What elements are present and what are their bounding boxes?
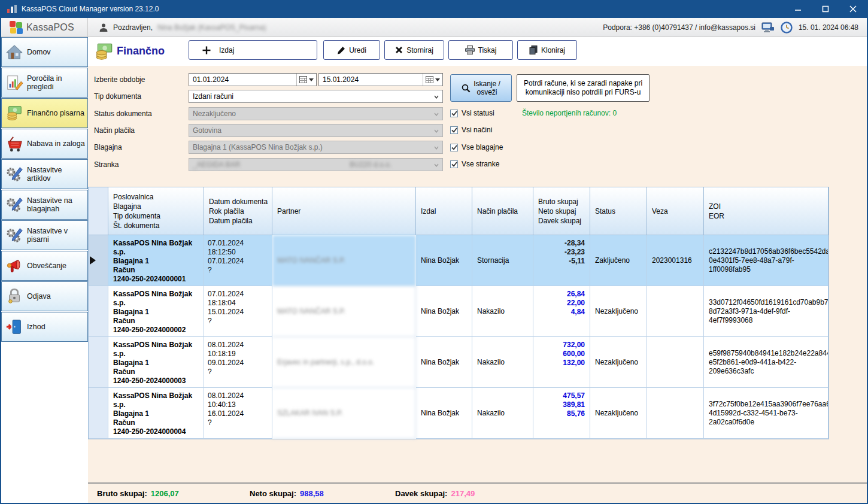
kloniraj-button[interactable]: Kloniraj — [517, 40, 577, 60]
izdaj-button[interactable]: Izdaj — [189, 40, 317, 60]
table-row[interactable]: KassaPOS Nina Božjak s.p. Blagajna 1 Rač… — [89, 235, 828, 286]
sidebar-item-odjava[interactable]: Odjava — [1, 281, 88, 311]
row-selector[interactable] — [89, 286, 108, 337]
table-row[interactable]: KassaPOS Nina Božjak s.p. Blagajna 1 Rač… — [89, 337, 828, 388]
cell-zoi: 3f72c75f0be12e415aa3906f7ee76aa6 4d15992… — [704, 388, 828, 439]
furs-confirm-button[interactable]: Potrdi račune, ki se zaradi napake pri k… — [517, 74, 650, 102]
search-icon — [462, 84, 471, 93]
cell-zoi: 33d0712f04650fd1619161cd70ab9b7c 8d72a3f… — [704, 286, 828, 337]
tax-total-label: Davek skupaj: — [395, 489, 447, 498]
checkbox-icon — [450, 110, 458, 117]
header-selector — [89, 187, 108, 235]
sidebar-item-label: Poročila in pregledi — [27, 74, 85, 91]
header-nacin[interactable]: Način plačila — [472, 187, 533, 235]
header-amounts[interactable]: Bruto skupaj Neto skupaj Davek skupaj — [533, 187, 590, 235]
checkbox-vse-blagajne[interactable]: Vse blagajne — [450, 143, 503, 151]
header-status[interactable]: Status — [590, 187, 647, 235]
payment-value: Gotovina — [193, 126, 221, 135]
date-to-input[interactable]: 15.01.2024 — [318, 73, 443, 86]
printer-icon — [465, 45, 475, 54]
net-total-value: 988,58 — [300, 489, 324, 498]
pencil-icon — [337, 46, 345, 54]
cell-dates: 07.01.2024 18:18:04 15.01.2024 ? — [204, 286, 272, 337]
table-row[interactable]: KassaPOS Nina Božjak s.p. Blagajna 1 Rač… — [89, 286, 828, 337]
tiskaj-button[interactable]: Tiskaj — [448, 40, 513, 60]
cell-zoi: c2132247b8d17056ab36f6bec5542dac 0e4301f… — [704, 235, 828, 286]
kassapos-logo-icon — [10, 21, 23, 34]
sidebar-item-nastavitve-blagajnah[interactable]: Nastavitve na blagajnah — [1, 190, 88, 220]
cell-nacin: Nakazilo — [472, 337, 533, 388]
titlebar: KassaPOS Cloud Manager version 23.12.0 — [1, 0, 867, 18]
sidebar-item-label: Nastavitve artiklov — [27, 166, 85, 183]
dropdown-arrow-icon — [435, 78, 440, 81]
brand-name: KassaPOS — [26, 22, 74, 33]
row-selector[interactable] — [89, 235, 108, 286]
cell-partner: MATO IVANČAR S.P. — [272, 235, 416, 286]
gears-icon — [5, 226, 23, 244]
x-icon — [395, 46, 403, 54]
close-button[interactable] — [839, 0, 867, 18]
greeting: Pozdravljen, Nina Božjak (KassaPOS_Pisar… — [99, 23, 266, 32]
header-izdal[interactable]: Izdal — [416, 187, 472, 235]
uredi-button[interactable]: Uredi — [323, 40, 380, 60]
sidebar-item-nabava[interactable]: Nabava in zaloga — [1, 129, 88, 159]
type-select[interactable]: Izdani računi — [189, 90, 443, 103]
exit-icon — [5, 318, 23, 336]
minimize-button[interactable] — [784, 0, 812, 18]
clock-icon[interactable] — [781, 22, 793, 34]
net-total-label: Neto skupaj: — [250, 489, 296, 498]
header-zoi[interactable]: ZOI EOR — [704, 187, 828, 235]
sidebar-item-obvescanje[interactable]: Obveščanje — [1, 251, 88, 281]
checkbox-vse-stranke[interactable]: Vse stranke — [450, 160, 499, 168]
checkbox-vsi-statusi[interactable]: Vsi statusi — [450, 109, 494, 117]
calendar-icon — [426, 76, 433, 83]
header-partner[interactable]: Partner — [272, 187, 416, 235]
storniraj-label: Storniraj — [406, 46, 433, 54]
sidebar-item-label: Finančno pisarna — [27, 109, 84, 117]
gross-total-value: 1206,07 — [151, 489, 179, 498]
cart-icon — [5, 135, 23, 153]
search-refresh-label: Iskanje / osveži — [474, 80, 500, 96]
computer-icon[interactable] — [761, 22, 775, 33]
header-doc[interactable]: Poslovalnica Blagajna Tip dokumenta Št. … — [108, 187, 204, 235]
type-value: Izdani računi — [193, 92, 233, 101]
cell-veza — [647, 337, 704, 388]
sidebar-item-izhod[interactable]: Izhod — [1, 312, 88, 342]
megaphone-icon — [5, 257, 23, 275]
cell-veza — [647, 388, 704, 439]
greeting-prefix: Pozdravljen, — [113, 23, 153, 32]
payment-label: Način plačila — [94, 126, 135, 135]
storniraj-button[interactable]: Storniraj — [384, 40, 444, 60]
sidebar-item-nastavitve-artiklov[interactable]: Nastavitve artiklov — [1, 159, 88, 189]
sidebar-item-label: Domov — [27, 48, 51, 56]
lock-icon — [5, 287, 23, 305]
tax-total-value: 217,49 — [451, 489, 475, 498]
money-icon — [5, 104, 23, 122]
brand-logo: KassaPOS — [1, 18, 88, 37]
sidebar-item-domov[interactable]: Domov — [1, 37, 88, 67]
user-icon — [99, 23, 108, 32]
sidebar-item-nastavitve-pisarni[interactable]: Nastavitve v pisarni — [1, 220, 88, 250]
cell-nacin: Stornacija — [472, 235, 533, 286]
main-panel: Finančno Izdaj Uredi Storniraj Tiskaj Kl… — [88, 37, 868, 503]
header-dates[interactable]: Datum dokumenta Rok plačila Datum plačil… — [204, 187, 272, 235]
sidebar: Domov Poročila in pregledi Finančno pisa… — [1, 37, 88, 504]
cell-status: Nezaključeno — [590, 286, 647, 337]
date-from-input[interactable]: 01.01.2024 — [189, 73, 317, 86]
table-row[interactable]: KassaPOS Nina Božjak s.p. Blagajna 1 Rač… — [89, 388, 828, 439]
search-refresh-button[interactable]: Iskanje / osveži — [450, 74, 512, 102]
register-value: Blagajna 1 (KassaPOS Nina Božjak s.p.) — [193, 143, 323, 151]
chevron-down-icon — [434, 113, 439, 116]
header: KassaPOS Pozdravljen, Nina Božjak (Kassa… — [1, 18, 867, 37]
checkbox-icon — [450, 160, 458, 168]
sidebar-item-financno-pisarna[interactable]: Finančno pisarna — [1, 98, 88, 128]
page-title: Finančno — [117, 45, 165, 57]
checkbox-vsi-nacini[interactable]: Vsi načini — [450, 126, 492, 134]
home-icon — [5, 43, 23, 61]
sidebar-item-porocila[interactable]: Poročila in pregledi — [1, 68, 88, 98]
maximize-button[interactable] — [812, 0, 839, 18]
window-title: KassaPOS Cloud Manager version 23.12.0 — [22, 5, 159, 13]
header-veza[interactable]: Veza — [647, 187, 704, 235]
row-selector[interactable] — [89, 337, 108, 388]
row-selector[interactable] — [89, 388, 108, 439]
